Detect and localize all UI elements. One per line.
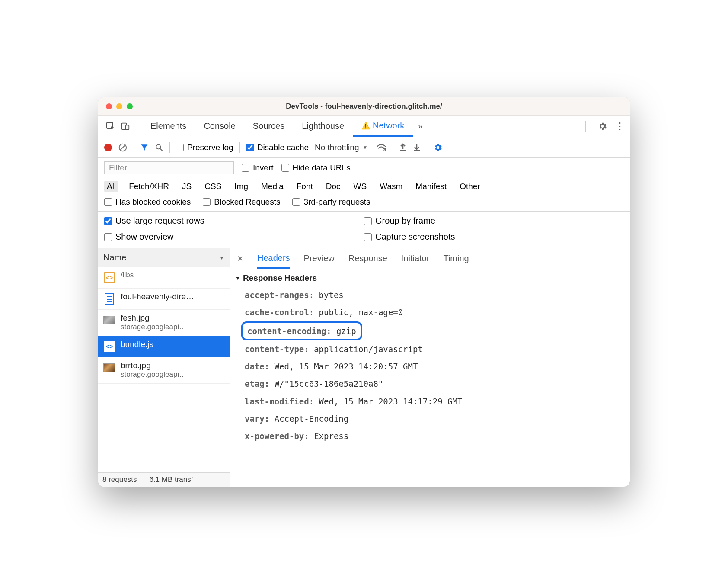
type-img[interactable]: Img (232, 181, 251, 192)
throttling-select[interactable]: No throttling ▼ (315, 143, 367, 152)
tab-console[interactable]: Console (195, 116, 244, 137)
header-row: content-type: application/javascript (235, 340, 630, 358)
header-row: last-modified: Wed, 15 Mar 2023 14:17:29… (235, 393, 630, 410)
request-row-selected[interactable]: <> bundle.js (98, 336, 230, 357)
divider (239, 142, 240, 153)
invert-input[interactable] (242, 164, 249, 172)
type-filter-row: All Fetch/XHR JS CSS Img Media Font Doc … (98, 178, 630, 195)
search-icon[interactable] (155, 143, 163, 152)
detail-panel: ✕ Headers Preview Response Initiator Tim… (230, 248, 630, 487)
detail-tab-timing[interactable]: Timing (443, 253, 469, 263)
more-tabs-icon[interactable]: » (413, 121, 428, 131)
network-settings-gear-icon[interactable] (433, 143, 443, 152)
detail-tab-preview[interactable]: Preview (304, 253, 335, 263)
tab-lighthouse[interactable]: Lighthouse (293, 116, 353, 137)
request-row[interactable]: foul-heavenly-dire… (98, 289, 230, 310)
preserve-log-checkbox[interactable]: Preserve log (176, 143, 233, 152)
content-splitter: Name ▼ <> /libs foul-heavenly-dire… fesh… (98, 248, 630, 487)
request-count: 8 requests (102, 475, 137, 484)
filterbar: Filter Invert Hide data URLs (98, 158, 630, 178)
divider (134, 142, 134, 153)
third-party-checkbox[interactable]: 3rd-party requests (292, 197, 370, 207)
request-list-panel: Name ▼ <> /libs foul-heavenly-dire… fesh… (98, 248, 230, 487)
svg-line-4 (121, 145, 125, 150)
preserve-log-label: Preserve log (187, 143, 233, 152)
show-overview-checkbox[interactable]: Show overview (104, 232, 364, 242)
type-media[interactable]: Media (259, 181, 286, 192)
filter-funnel-icon[interactable] (140, 143, 149, 152)
network-conditions-icon[interactable] (376, 143, 386, 152)
detail-tab-initiator[interactable]: Initiator (401, 253, 430, 263)
detail-tabs: ✕ Headers Preview Response Initiator Tim… (230, 248, 630, 269)
hide-data-urls-label: Hide data URLs (293, 163, 351, 173)
divider (169, 142, 170, 153)
chevron-down-icon: ▼ (219, 255, 224, 261)
tab-network[interactable]: ⚠️ Network (353, 116, 413, 137)
kebab-menu-icon[interactable]: ⋮ (615, 121, 625, 132)
hide-data-urls-checkbox[interactable]: Hide data URLs (281, 163, 351, 173)
preserve-log-input[interactable] (176, 144, 184, 151)
type-css[interactable]: CSS (202, 181, 224, 192)
divider (143, 475, 143, 484)
invert-label: Invert (253, 163, 274, 173)
disable-cache-checkbox[interactable]: Disable cache (246, 143, 309, 152)
disclosure-triangle-icon: ▼ (235, 275, 240, 281)
inspect-element-icon[interactable] (103, 121, 118, 132)
filter-input[interactable]: Filter (104, 161, 234, 174)
devtools-window: DevTools - foul-heavenly-direction.glitc… (98, 97, 630, 487)
request-row[interactable]: fesh.jpgstorage.googleapi… (98, 310, 230, 336)
blocked-requests-checkbox[interactable]: Blocked Requests (203, 197, 280, 207)
clear-icon[interactable] (118, 143, 128, 152)
type-ws[interactable]: WS (351, 181, 370, 192)
svg-rect-2 (126, 125, 129, 129)
request-row[interactable]: <> /libs (98, 267, 230, 289)
header-row: cache-control: public, max-age=0 (235, 304, 630, 321)
blocked-cookies-checkbox[interactable]: Has blocked cookies (104, 197, 191, 207)
response-headers-section[interactable]: ▼ Response Headers (235, 272, 630, 286)
disable-cache-label: Disable cache (257, 143, 309, 152)
transfer-size: 6.1 MB transf (149, 475, 193, 484)
settings-gear-icon[interactable] (598, 122, 607, 131)
type-doc[interactable]: Doc (323, 181, 343, 192)
request-row[interactable]: brrto.jpgstorage.googleapi… (98, 357, 230, 384)
tab-elements[interactable]: Elements (142, 116, 195, 137)
group-by-frame-checkbox[interactable]: Group by frame (364, 216, 624, 226)
device-toolbar-icon[interactable] (118, 122, 133, 131)
titlebar: DevTools - foul-heavenly-direction.glitc… (98, 97, 630, 116)
script-file-icon: <> (103, 340, 115, 353)
record-button[interactable] (104, 144, 112, 151)
type-other[interactable]: Other (457, 181, 483, 192)
panel-tabbar: Elements Console Sources Lighthouse ⚠️ N… (98, 116, 630, 137)
request-filter-checks: Has blocked cookies Blocked Requests 3rd… (98, 195, 630, 212)
divider (585, 121, 586, 132)
upload-har-icon[interactable] (399, 143, 407, 152)
type-all[interactable]: All (104, 181, 118, 192)
tab-sources[interactable]: Sources (244, 116, 293, 137)
type-manifest[interactable]: Manifest (413, 181, 449, 192)
large-rows-checkbox[interactable]: Use large request rows (104, 216, 364, 226)
capture-screenshots-checkbox[interactable]: Capture screenshots (364, 232, 624, 242)
detail-tab-headers[interactable]: Headers (257, 248, 290, 269)
type-font[interactable]: Font (294, 181, 316, 192)
hide-data-urls-input[interactable] (281, 164, 289, 172)
script-file-icon: <> (103, 272, 115, 284)
close-detail-icon[interactable]: ✕ (237, 254, 243, 263)
detail-tab-response[interactable]: Response (348, 253, 387, 263)
svg-rect-10 (414, 150, 420, 151)
download-har-icon[interactable] (413, 143, 421, 152)
type-wasm[interactable]: Wasm (377, 181, 405, 192)
header-row: date: Wed, 15 Mar 2023 14:20:57 GMT (235, 358, 630, 375)
document-file-icon (103, 293, 115, 305)
type-fetchxhr[interactable]: Fetch/XHR (126, 181, 172, 192)
view-option-checks: Use large request rows Show overview Gro… (98, 212, 630, 248)
tab-network-label: Network (373, 121, 404, 131)
window-title: DevTools - foul-heavenly-direction.glitc… (98, 102, 630, 111)
name-column-header[interactable]: Name ▼ (98, 248, 230, 267)
type-js[interactable]: JS (179, 181, 194, 192)
image-file-icon (103, 362, 115, 374)
throttling-label: No throttling (315, 143, 359, 152)
divider (393, 142, 393, 153)
svg-point-5 (156, 144, 160, 149)
disable-cache-input[interactable] (246, 144, 254, 151)
invert-checkbox[interactable]: Invert (242, 163, 274, 173)
